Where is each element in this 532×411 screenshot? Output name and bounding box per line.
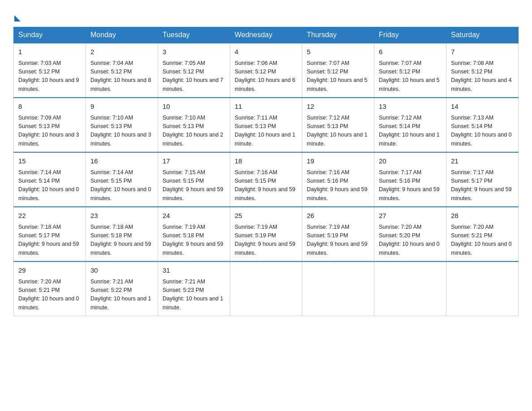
day-info: Sunrise: 7:20 AMSunset: 5:21 PMDaylight:… <box>18 278 81 313</box>
day-number: 17 <box>163 156 225 167</box>
calendar-cell: 31Sunrise: 7:21 AMSunset: 5:23 PMDayligh… <box>158 261 230 316</box>
day-number: 28 <box>451 211 514 221</box>
day-info: Sunrise: 7:10 AMSunset: 5:13 PMDaylight:… <box>90 114 153 149</box>
day-number: 14 <box>451 102 514 112</box>
day-number: 12 <box>307 102 369 112</box>
day-number: 10 <box>163 102 225 112</box>
day-info: Sunrise: 7:16 AMSunset: 5:16 PMDaylight:… <box>307 168 369 203</box>
day-number: 24 <box>163 211 225 221</box>
day-info: Sunrise: 7:05 AMSunset: 5:12 PMDaylight:… <box>163 59 225 94</box>
day-info: Sunrise: 7:15 AMSunset: 5:15 PMDaylight:… <box>163 168 225 203</box>
calendar-cell: 24Sunrise: 7:19 AMSunset: 5:18 PMDayligh… <box>158 207 230 261</box>
calendar-cell: 27Sunrise: 7:20 AMSunset: 5:20 PMDayligh… <box>374 207 446 261</box>
logo-arrow-icon <box>14 15 21 21</box>
day-number: 1 <box>18 47 81 57</box>
weekday-header-thursday: Thursday <box>302 27 374 43</box>
calendar-cell: 21Sunrise: 7:17 AMSunset: 5:17 PMDayligh… <box>446 152 519 207</box>
calendar-cell: 13Sunrise: 7:12 AMSunset: 5:14 PMDayligh… <box>374 98 446 152</box>
day-number: 3 <box>163 47 225 57</box>
day-info: Sunrise: 7:06 AMSunset: 5:12 PMDaylight:… <box>235 59 297 94</box>
calendar-cell: 1Sunrise: 7:03 AMSunset: 5:12 PMDaylight… <box>14 43 86 98</box>
week-row-1: 1Sunrise: 7:03 AMSunset: 5:12 PMDaylight… <box>14 43 519 98</box>
calendar-cell: 20Sunrise: 7:17 AMSunset: 5:16 PMDayligh… <box>374 152 446 207</box>
day-info: Sunrise: 7:17 AMSunset: 5:16 PMDaylight:… <box>379 168 442 203</box>
calendar-cell: 9Sunrise: 7:10 AMSunset: 5:13 PMDaylight… <box>86 98 158 152</box>
page-header <box>13 9 519 22</box>
day-info: Sunrise: 7:18 AMSunset: 5:18 PMDaylight:… <box>90 223 153 258</box>
day-info: Sunrise: 7:21 AMSunset: 5:22 PMDaylight:… <box>90 278 153 313</box>
day-number: 7 <box>451 47 514 57</box>
calendar-cell: 15Sunrise: 7:14 AMSunset: 5:14 PMDayligh… <box>14 152 86 207</box>
week-row-5: 29Sunrise: 7:20 AMSunset: 5:21 PMDayligh… <box>14 261 519 316</box>
day-info: Sunrise: 7:20 AMSunset: 5:20 PMDaylight:… <box>379 223 442 258</box>
calendar-cell: 30Sunrise: 7:21 AMSunset: 5:22 PMDayligh… <box>86 261 158 316</box>
calendar-cell: 2Sunrise: 7:04 AMSunset: 5:12 PMDaylight… <box>86 43 158 98</box>
weekday-header-tuesday: Tuesday <box>158 27 230 43</box>
day-info: Sunrise: 7:10 AMSunset: 5:13 PMDaylight:… <box>163 114 225 149</box>
day-number: 25 <box>235 211 297 221</box>
calendar-cell: 6Sunrise: 7:07 AMSunset: 5:12 PMDaylight… <box>374 43 446 98</box>
calendar-cell: 5Sunrise: 7:07 AMSunset: 5:12 PMDaylight… <box>302 43 374 98</box>
calendar-cell: 26Sunrise: 7:19 AMSunset: 5:19 PMDayligh… <box>302 207 374 261</box>
day-info: Sunrise: 7:18 AMSunset: 5:17 PMDaylight:… <box>18 223 81 258</box>
calendar-cell: 19Sunrise: 7:16 AMSunset: 5:16 PMDayligh… <box>302 152 374 207</box>
day-info: Sunrise: 7:21 AMSunset: 5:23 PMDaylight:… <box>163 278 225 313</box>
day-info: Sunrise: 7:09 AMSunset: 5:13 PMDaylight:… <box>18 114 81 149</box>
day-number: 21 <box>451 156 514 167</box>
day-info: Sunrise: 7:03 AMSunset: 5:12 PMDaylight:… <box>18 59 81 94</box>
day-number: 5 <box>307 47 369 57</box>
day-info: Sunrise: 7:04 AMSunset: 5:12 PMDaylight:… <box>90 59 153 94</box>
day-number: 9 <box>90 102 153 112</box>
day-info: Sunrise: 7:07 AMSunset: 5:12 PMDaylight:… <box>379 59 442 94</box>
calendar-cell: 29Sunrise: 7:20 AMSunset: 5:21 PMDayligh… <box>14 261 86 316</box>
day-info: Sunrise: 7:13 AMSunset: 5:14 PMDaylight:… <box>451 114 514 149</box>
day-number: 6 <box>379 47 442 57</box>
calendar-cell: 10Sunrise: 7:10 AMSunset: 5:13 PMDayligh… <box>158 98 230 152</box>
day-number: 4 <box>235 47 297 57</box>
calendar-cell: 3Sunrise: 7:05 AMSunset: 5:12 PMDaylight… <box>158 43 230 98</box>
calendar-cell <box>374 261 446 316</box>
calendar-cell: 17Sunrise: 7:15 AMSunset: 5:15 PMDayligh… <box>158 152 230 207</box>
calendar-cell <box>446 261 519 316</box>
calendar-cell: 11Sunrise: 7:11 AMSunset: 5:13 PMDayligh… <box>230 98 302 152</box>
day-info: Sunrise: 7:08 AMSunset: 5:12 PMDaylight:… <box>451 59 514 94</box>
weekday-header-wednesday: Wednesday <box>230 27 302 43</box>
logo <box>13 13 21 22</box>
day-number: 16 <box>90 156 153 167</box>
day-info: Sunrise: 7:12 AMSunset: 5:14 PMDaylight:… <box>379 114 442 149</box>
weekday-header-saturday: Saturday <box>446 27 519 43</box>
day-number: 13 <box>379 102 442 112</box>
day-info: Sunrise: 7:17 AMSunset: 5:17 PMDaylight:… <box>451 168 514 203</box>
calendar-cell: 7Sunrise: 7:08 AMSunset: 5:12 PMDaylight… <box>446 43 519 98</box>
weekday-header-row: SundayMondayTuesdayWednesdayThursdayFrid… <box>14 27 519 43</box>
calendar-cell: 8Sunrise: 7:09 AMSunset: 5:13 PMDaylight… <box>14 98 86 152</box>
day-number: 30 <box>90 265 153 276</box>
calendar-cell <box>230 261 302 316</box>
day-number: 11 <box>235 102 297 112</box>
day-info: Sunrise: 7:14 AMSunset: 5:14 PMDaylight:… <box>18 168 81 203</box>
calendar-cell: 12Sunrise: 7:12 AMSunset: 5:13 PMDayligh… <box>302 98 374 152</box>
day-number: 29 <box>18 265 81 276</box>
calendar-cell: 22Sunrise: 7:18 AMSunset: 5:17 PMDayligh… <box>14 207 86 261</box>
day-number: 2 <box>90 47 153 57</box>
week-row-2: 8Sunrise: 7:09 AMSunset: 5:13 PMDaylight… <box>14 98 519 152</box>
day-number: 22 <box>18 211 81 221</box>
day-number: 26 <box>307 211 369 221</box>
week-row-4: 22Sunrise: 7:18 AMSunset: 5:17 PMDayligh… <box>14 207 519 261</box>
calendar-cell: 4Sunrise: 7:06 AMSunset: 5:12 PMDaylight… <box>230 43 302 98</box>
weekday-header-friday: Friday <box>374 27 446 43</box>
weekday-header-monday: Monday <box>86 27 158 43</box>
calendar-cell: 14Sunrise: 7:13 AMSunset: 5:14 PMDayligh… <box>446 98 519 152</box>
calendar-cell: 28Sunrise: 7:20 AMSunset: 5:21 PMDayligh… <box>446 207 519 261</box>
day-info: Sunrise: 7:19 AMSunset: 5:18 PMDaylight:… <box>163 223 225 258</box>
calendar-cell: 18Sunrise: 7:16 AMSunset: 5:15 PMDayligh… <box>230 152 302 207</box>
day-number: 19 <box>307 156 369 167</box>
calendar-cell: 23Sunrise: 7:18 AMSunset: 5:18 PMDayligh… <box>86 207 158 261</box>
day-number: 23 <box>90 211 153 221</box>
day-info: Sunrise: 7:19 AMSunset: 5:19 PMDaylight:… <box>235 223 297 258</box>
day-info: Sunrise: 7:20 AMSunset: 5:21 PMDaylight:… <box>451 223 514 258</box>
calendar-cell: 16Sunrise: 7:14 AMSunset: 5:15 PMDayligh… <box>86 152 158 207</box>
calendar-table: SundayMondayTuesdayWednesdayThursdayFrid… <box>13 27 519 316</box>
day-number: 31 <box>163 265 225 276</box>
day-number: 20 <box>379 156 442 167</box>
